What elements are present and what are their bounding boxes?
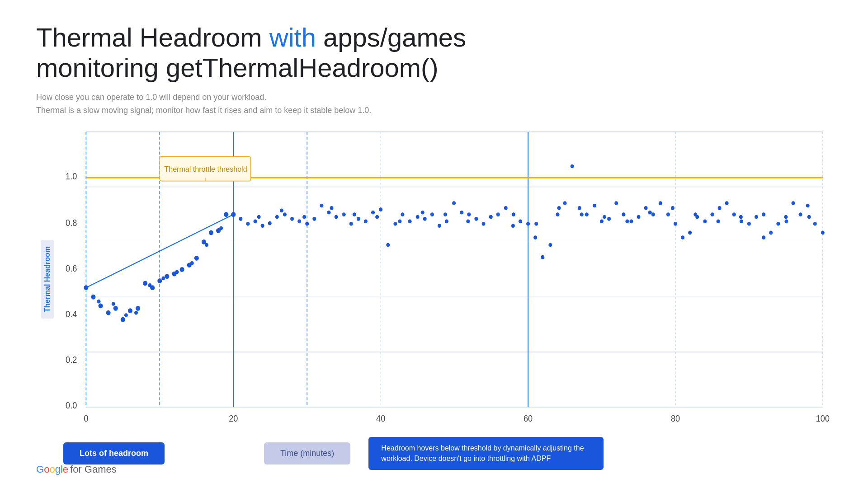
svg-point-60 [268,221,272,225]
svg-point-57 [246,222,250,226]
svg-point-43 [143,281,147,286]
lots-of-headroom-button[interactable]: Lots of headroom [63,442,165,465]
svg-point-50 [194,256,199,261]
svg-point-94 [519,219,522,223]
svg-point-86 [460,211,463,215]
google-g-blue: G [36,464,44,475]
svg-text:20: 20 [229,414,238,424]
svg-point-154 [443,212,447,216]
svg-point-113 [659,201,662,205]
svg-point-126 [755,215,758,219]
svg-point-117 [688,230,692,235]
svg-point-106 [607,217,611,221]
title-highlight: with [269,23,316,52]
svg-point-169 [784,219,788,223]
svg-point-77 [393,222,397,226]
svg-point-99 [556,212,559,216]
svg-point-129 [776,222,780,226]
svg-point-93 [511,224,515,228]
y-axis-label-container: Thermal Headroom [36,127,59,432]
svg-point-111 [644,206,648,210]
svg-point-151 [375,215,379,219]
svg-point-35 [84,285,88,290]
svg-point-55 [231,212,236,217]
svg-point-63 [290,217,294,221]
svg-point-127 [762,235,765,239]
svg-point-122 [725,201,729,205]
time-minutes-button[interactable]: Time (minutes) [264,442,350,465]
svg-point-38 [106,310,111,315]
svg-point-128 [769,230,773,235]
svg-point-58 [254,219,257,223]
svg-point-164 [671,206,675,210]
svg-point-134 [813,222,817,226]
svg-point-161 [603,215,606,219]
google-e-red: e [63,464,68,475]
svg-point-158 [534,222,538,226]
svg-point-56 [239,217,242,221]
svg-point-110 [637,215,640,219]
svg-text:80: 80 [671,414,680,424]
svg-point-73 [364,219,368,223]
svg-point-130 [784,215,788,219]
svg-point-102 [578,206,581,210]
svg-point-107 [614,201,618,205]
svg-point-116 [681,235,684,239]
svg-point-36 [91,295,95,300]
adpf-description-button[interactable]: Headroom hovers below threshold by dynam… [368,437,604,470]
chart-svg: Thermal throttle threshold 1.0 0.8 0.6 0… [59,127,832,432]
svg-point-92 [504,206,508,210]
chart-wrapper: Thermal Headroom [36,127,832,432]
svg-point-67 [320,204,323,208]
svg-text:100: 100 [816,414,830,424]
svg-point-156 [489,215,493,219]
svg-point-85 [452,201,456,205]
title-part1: Thermal Headroom [36,23,269,52]
chart-inner: Thermal throttle threshold 1.0 0.8 0.6 0… [59,127,832,432]
subtitle-block: How close you can operate to 1.0 will de… [36,91,832,117]
svg-point-144 [205,243,208,247]
svg-point-165 [693,212,697,216]
svg-point-139 [134,311,138,315]
svg-point-153 [421,211,425,215]
svg-point-146 [257,215,261,219]
svg-text:0.8: 0.8 [66,218,77,228]
svg-text:0.2: 0.2 [66,355,77,365]
svg-point-95 [526,222,530,226]
svg-point-88 [474,217,478,221]
svg-point-61 [275,215,279,219]
chart-area: Thermal Headroom [36,127,832,470]
svg-point-39 [113,306,118,311]
svg-point-101 [571,164,574,169]
svg-point-42 [136,306,140,311]
svg-point-112 [651,212,655,216]
title-block: Thermal Headroom with apps/games monitor… [36,23,832,83]
svg-point-87 [467,212,471,216]
subtitle-line2: Thermal is a slow moving signal; monitor… [36,104,832,117]
svg-point-100 [563,201,567,205]
svg-point-78 [401,212,404,216]
svg-point-108 [622,212,625,216]
svg-text:60: 60 [524,414,533,424]
svg-point-97 [541,255,544,259]
svg-point-40 [121,317,125,322]
svg-point-143 [190,261,194,265]
google-logo: Google for Games [36,464,117,475]
svg-point-157 [512,212,515,216]
svg-point-121 [718,206,722,210]
svg-point-155 [466,219,470,223]
google-g-blue2: g [55,464,61,475]
svg-point-136 [97,300,100,304]
svg-point-83 [438,224,441,228]
svg-point-124 [740,219,743,223]
svg-point-75 [379,207,382,211]
svg-point-96 [533,235,537,239]
svg-point-48 [180,267,184,272]
svg-point-123 [732,212,736,216]
svg-text:0.0: 0.0 [66,400,77,410]
svg-point-137 [112,302,115,306]
svg-point-89 [481,222,485,226]
for-games-label: for Games [70,464,117,475]
svg-text:0.6: 0.6 [66,263,77,273]
svg-point-52 [209,230,213,235]
